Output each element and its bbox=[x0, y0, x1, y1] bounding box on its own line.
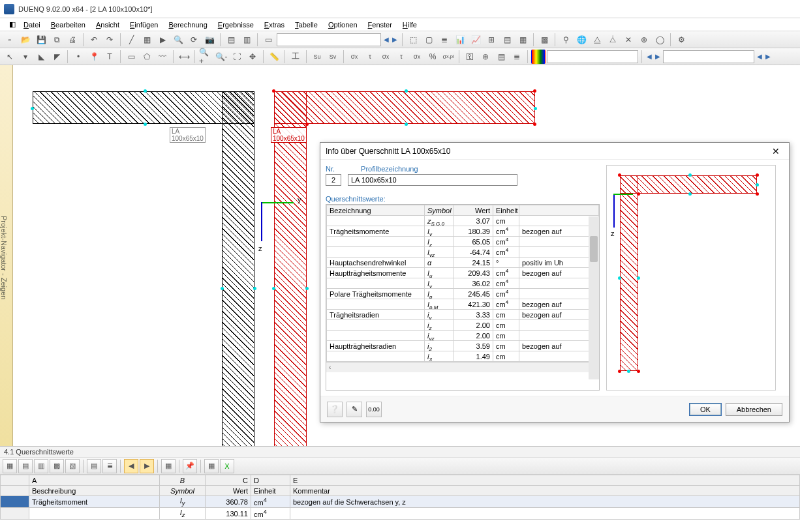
diag2-icon[interactable]: ◤ bbox=[50, 50, 64, 64]
sigma4-icon[interactable]: σx,pl bbox=[441, 50, 455, 64]
list-icon[interactable]: ≣ bbox=[510, 50, 524, 64]
next-icon[interactable]: ▶ bbox=[391, 36, 399, 43]
x-icon[interactable]: ✕ bbox=[621, 33, 636, 47]
close-icon[interactable]: ✕ bbox=[768, 146, 784, 156]
menu-ergebnisse[interactable]: Ergebnisse bbox=[213, 20, 259, 30]
table-row[interactable]: TrägheitsmomenteIy180.39cm4bezogen auf bbox=[327, 226, 599, 237]
table-row[interactable]: Hauptachsendrehwinkelα24.15°positiv im U… bbox=[327, 258, 599, 268]
nr-field[interactable]: 2 bbox=[326, 174, 341, 186]
prev-icon[interactable]: ◀ bbox=[382, 36, 390, 43]
profil-field[interactable]: LA 100x65x10 bbox=[348, 174, 517, 186]
dialog-titlebar[interactable]: Info über Querschnitt LA 100x65x10 ✕ bbox=[320, 143, 789, 160]
measure-icon[interactable]: 📏 bbox=[267, 50, 281, 64]
pan-icon[interactable]: ✥ bbox=[245, 50, 260, 64]
table2-icon[interactable]: ▥ bbox=[239, 33, 254, 47]
new-icon[interactable]: ▫ bbox=[3, 33, 17, 47]
colD[interactable]: D bbox=[251, 475, 290, 486]
section2-icon[interactable]: ▤ bbox=[500, 33, 514, 47]
form-icon[interactable]: ▭ bbox=[261, 33, 275, 47]
section3-icon[interactable]: ▦ bbox=[515, 33, 530, 47]
app-menu-icon[interactable]: ◧ bbox=[4, 19, 18, 30]
diag-icon[interactable]: ◣ bbox=[34, 50, 48, 64]
redo-icon[interactable]: ↷ bbox=[102, 33, 117, 47]
circle-icon[interactable]: ◯ bbox=[653, 33, 667, 47]
target2-icon[interactable]: ⊛ bbox=[478, 50, 493, 64]
table-row[interactable]: Ip,M421.30cm4bezogen auf bbox=[327, 299, 599, 310]
menu-ansicht[interactable]: Ansicht bbox=[91, 20, 125, 30]
properties-grid[interactable]: Bezeichnung Symbol Wert Einheit zS,G,03.… bbox=[326, 204, 600, 391]
colB[interactable]: B bbox=[160, 475, 206, 486]
bpage2-icon[interactable]: ≣ bbox=[102, 459, 117, 473]
bexport-icon[interactable]: ▦ bbox=[204, 459, 219, 473]
btab4-icon[interactable]: ▩ bbox=[50, 459, 64, 473]
side-tab-navigator[interactable]: Projekt-Navigator - Zeigen bbox=[0, 65, 13, 446]
colE[interactable]: E bbox=[290, 475, 800, 486]
table-row[interactable]: Iz130.11cm4 bbox=[1, 508, 800, 520]
table-row[interactable]: Polare TrägheitsmomenteIp245.45cm4 bbox=[327, 289, 599, 299]
globe-icon[interactable]: 🌐 bbox=[574, 33, 589, 47]
sigma-icon[interactable]: σx bbox=[347, 50, 362, 64]
target-icon[interactable]: ⊕ bbox=[637, 33, 651, 47]
zoomout-icon[interactable]: 🔍- bbox=[214, 50, 228, 64]
color-icon[interactable]: ▩ bbox=[537, 33, 551, 47]
refresh-icon[interactable]: ⟳ bbox=[187, 33, 201, 47]
table-row[interactable]: Iyz-64.74cm4 bbox=[327, 247, 599, 258]
menu-hilfe[interactable]: Hilfe bbox=[397, 20, 422, 30]
window-icon[interactable]: ▢ bbox=[422, 33, 436, 47]
btab2-icon[interactable]: ▤ bbox=[18, 459, 33, 473]
bfilter-icon[interactable]: ▦ bbox=[161, 459, 176, 473]
zoomin-icon[interactable]: 🔍+ bbox=[198, 50, 213, 64]
table-row[interactable]: Hauptträgheitsradieni23.59cmbezogen auf bbox=[327, 341, 599, 351]
zoom-icon[interactable]: 🔍 bbox=[171, 33, 185, 47]
menu-einfuegen[interactable]: Einfügen bbox=[125, 20, 163, 30]
colC[interactable]: C bbox=[206, 475, 251, 486]
mirror2-icon[interactable]: ⧊ bbox=[606, 33, 620, 47]
bpin-icon[interactable]: 📌 bbox=[183, 459, 197, 473]
fit-icon[interactable]: ⛶ bbox=[230, 50, 244, 64]
table-row[interactable]: TrägheitsmomentIy360.78cm4bezogen auf di… bbox=[1, 496, 800, 508]
open-icon[interactable]: 📂 bbox=[18, 33, 33, 47]
table-row[interactable]: HauptträgheitsmomenteIu209.43cm4bezogen … bbox=[327, 268, 599, 278]
menu-optionen[interactable]: Optionen bbox=[323, 20, 363, 30]
rect-icon[interactable]: ▭ bbox=[124, 50, 138, 64]
menu-bearbeiten[interactable]: Bearbeiten bbox=[46, 20, 91, 30]
menu-berechnung[interactable]: Berechnung bbox=[163, 20, 212, 30]
menu-tabelle[interactable]: Tabelle bbox=[290, 20, 323, 30]
pin-icon[interactable]: 📍 bbox=[87, 50, 101, 64]
table-row[interactable]: Iz65.05cm4 bbox=[327, 237, 599, 247]
mirror-icon[interactable]: ⧋ bbox=[590, 33, 604, 47]
link-icon[interactable]: ⚲ bbox=[559, 33, 573, 47]
chart-icon[interactable]: 📊 bbox=[453, 33, 467, 47]
menu-fenster[interactable]: Fenster bbox=[363, 20, 397, 30]
su-icon[interactable]: Su bbox=[310, 50, 324, 64]
chart2-icon[interactable]: 📈 bbox=[469, 33, 483, 47]
run-icon[interactable]: ▶ bbox=[155, 33, 170, 47]
table-row[interactable]: zS,G,03.07cm bbox=[327, 216, 599, 226]
dim-icon[interactable]: ⟷ bbox=[177, 50, 191, 64]
props-icon[interactable]: ▤ bbox=[494, 50, 508, 64]
table-row[interactable]: Iv36.02cm4 bbox=[327, 278, 599, 289]
ok-button[interactable]: OK bbox=[689, 403, 722, 416]
next2-icon[interactable]: ▶ bbox=[654, 53, 662, 60]
table-row[interactable]: iz2.00cm bbox=[327, 320, 599, 331]
combo-step[interactable] bbox=[663, 50, 754, 63]
combo-loadcase[interactable] bbox=[277, 33, 381, 46]
prev3-icon[interactable]: ◀ bbox=[756, 53, 763, 60]
sv-icon[interactable]: Sv bbox=[326, 50, 340, 64]
section-icon[interactable]: ⊞ bbox=[484, 33, 499, 47]
prev2-icon[interactable]: ◀ bbox=[645, 53, 653, 60]
tau2-icon[interactable]: τ bbox=[394, 50, 408, 64]
barrow-next-icon[interactable]: ▶ bbox=[140, 459, 154, 473]
dropdown-icon[interactable]: ▾ bbox=[18, 50, 33, 64]
save-icon[interactable]: 💾 bbox=[34, 33, 48, 47]
sigma2-icon[interactable]: σx bbox=[378, 50, 393, 64]
menu-datei[interactable]: Datei bbox=[18, 20, 46, 30]
results-table[interactable]: A B C D E Beschreibung Symbol Wert Einhe… bbox=[0, 475, 800, 520]
curve-icon[interactable]: 〰 bbox=[155, 50, 170, 64]
percent-icon[interactable]: % bbox=[425, 50, 440, 64]
btab1-icon[interactable]: ▦ bbox=[3, 459, 17, 473]
table-icon[interactable]: ▤ bbox=[224, 33, 238, 47]
table-row[interactable]: i31.49cm bbox=[327, 351, 599, 362]
barrow-prev-icon[interactable]: ◀ bbox=[124, 459, 138, 473]
table-row[interactable]: iyz2.00cm bbox=[327, 331, 599, 341]
